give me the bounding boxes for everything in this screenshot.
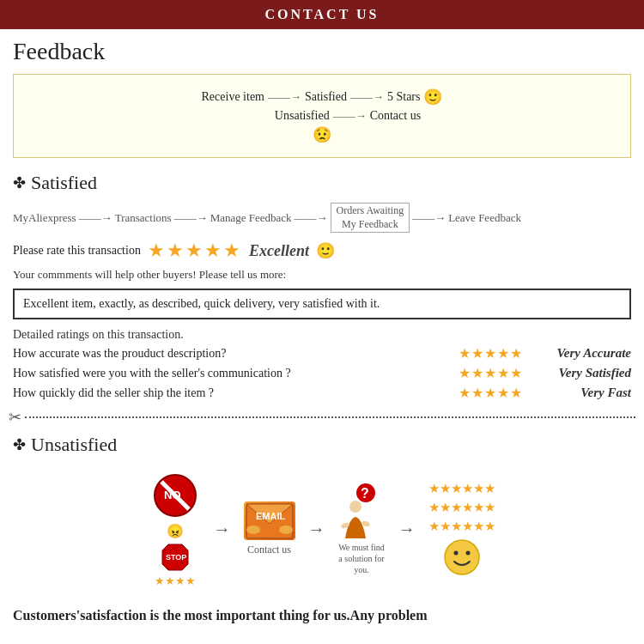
svg-point-15	[445, 540, 479, 574]
svg-point-8	[279, 526, 293, 534]
feedback-title: Feedback	[0, 29, 644, 70]
bc-arrow-4: ——→	[412, 211, 446, 225]
email-svg: EMAIL	[245, 502, 295, 540]
breadcrumb-myaliexpress[interactable]: MyAliexpress	[13, 211, 76, 225]
rating-stars-block: ★★★★★★ ★★★★★★ ★★★★★★	[428, 481, 495, 534]
flow-5stars: 5 Stars	[387, 90, 421, 104]
svg-point-12	[349, 501, 361, 513]
no-stop-block: NO 😠 STOP ★★★★	[149, 470, 201, 588]
rate-transaction-line: Please rate this transaction ★★★★★ Excel…	[0, 236, 644, 265]
rating-label-1: Very Accurate	[528, 346, 631, 361]
emoji-happy: 🙂	[423, 88, 442, 106]
rating-emoji: 🙂	[316, 241, 335, 260]
rating-label-3: Very Fast	[528, 386, 631, 400]
no-block-emoji: 😠	[167, 523, 184, 539]
fleur-icon-2: ✤	[13, 435, 26, 454]
unsatisfied-icons-row: NO 😠 STOP ★★★★ → EMAIL	[0, 461, 644, 597]
scissors-divider-line: ✂	[0, 403, 644, 428]
satisfied-section-title: ✤ Satisfied	[0, 167, 644, 199]
no-block-stars: ★★★★	[155, 574, 196, 588]
unsatisfied-section-title: ✤ Unsatisfied	[0, 428, 644, 461]
rating-right-1: ★★★★★ Very Accurate	[459, 345, 631, 361]
stop-sign-container: STOP	[160, 542, 191, 574]
question-person-svg: ?	[338, 483, 386, 538]
no-sign-svg: NO	[153, 473, 197, 518]
page-header: CONTACT US	[0, 0, 644, 29]
rating-question-1: How accurate was the prouduct descriptio…	[13, 347, 226, 361]
stars-line-1: ★★★★★★	[428, 481, 495, 496]
flow-receive-item: Receive item	[202, 90, 264, 104]
flow-line-1: Receive item ——→ Satisfied ——→ 5 Stars 🙂	[31, 88, 613, 106]
helper-text: Your commments will help other buyers! P…	[0, 265, 644, 284]
rating-right-2: ★★★★★ Very Satisfied	[459, 365, 631, 381]
svg-text:?: ?	[361, 486, 369, 501]
flow-line-3: 😟	[31, 125, 613, 144]
flow-satisfied: Satisfied	[305, 90, 347, 104]
fleur-icon-1: ✤	[13, 173, 26, 192]
comment-text: Excellent item, exactly, as described, q…	[23, 297, 380, 310]
rating-right-3: ★★★★★ Very Fast	[459, 385, 631, 401]
bc-arrow-2: ——→	[174, 211, 208, 225]
arrow-1: ——→	[268, 90, 301, 104]
detailed-ratings-title: Detailed ratings on this transaction.	[0, 324, 644, 343]
contact-us-label: Contact us	[247, 544, 291, 556]
breadcrumb-manage-feedback[interactable]: Manage Feedback	[210, 211, 292, 225]
smiley-svg	[444, 539, 480, 575]
flow-contact-us: Contact us	[370, 109, 422, 123]
bottom-text: Customers'satisfaction is the most impor…	[0, 597, 644, 644]
flow-unsatisfied: Unsatisfied	[275, 109, 330, 123]
bc-arrow-3: ——→	[295, 211, 328, 225]
unsatisfied-label: Unsatisfied	[31, 434, 117, 456]
emoji-sad: 😟	[313, 125, 331, 144]
bottom-text-content: Customers'satisfaction is the most impor…	[13, 608, 428, 623]
rating-stars: ★★★★★	[148, 240, 242, 262]
rating-row-1: How accurate was the prouduct descriptio…	[0, 343, 644, 363]
flow-arrow-3: →	[398, 519, 416, 539]
rating-block: ★★★★★★ ★★★★★★ ★★★★★★	[428, 481, 495, 577]
rating-stars-3: ★★★★★	[459, 385, 523, 401]
stop-sign-svg: STOP	[160, 542, 191, 573]
flow-arrow-1: →	[214, 519, 231, 539]
rating-row-2: How satisfied were you with the seller's…	[0, 363, 644, 383]
svg-point-16	[453, 551, 458, 556]
comment-box[interactable]: Excellent item, exactly, as described, q…	[13, 289, 631, 319]
email-icon: EMAIL	[244, 501, 295, 540]
stars-line-3: ★★★★★★	[428, 519, 495, 534]
rating-question-2: How satisfied were you with the seller's…	[13, 367, 291, 380]
rating-stars-2: ★★★★★	[459, 365, 523, 381]
svg-point-7	[246, 526, 260, 534]
email-block: EMAIL Contact us	[244, 501, 295, 556]
svg-text:NO: NO	[164, 489, 181, 501]
stars-line-2: ★★★★★★	[428, 500, 495, 515]
rate-label: Please rate this transaction	[13, 244, 141, 258]
find-solution-label: We must finda solution foryou.	[338, 542, 385, 575]
scissors-icon: ✂	[9, 408, 21, 427]
svg-text:STOP: STOP	[166, 553, 186, 562]
flow-arrow-2: →	[308, 519, 325, 539]
rating-stars-1: ★★★★★	[459, 345, 523, 361]
flow-diagram-box: Receive item ——→ Satisfied ——→ 5 Stars 🙂…	[13, 74, 631, 158]
rating-question-3: How quickly did the seller ship the item…	[13, 386, 214, 400]
arrow-3: ——→	[333, 109, 367, 123]
svg-point-17	[465, 551, 470, 556]
happy-smiley	[444, 539, 480, 577]
flow-line-2: Unsatisfied ——→ Contact us	[31, 109, 613, 123]
arrow-2: ——→	[350, 90, 384, 104]
dotted-line	[25, 416, 635, 418]
breadcrumb-transactions[interactable]: Transactions	[115, 211, 172, 225]
breadcrumb: MyAliexpress ——→ Transactions ——→ Manage…	[0, 199, 644, 236]
header-title: CONTACT US	[265, 7, 380, 21]
rating-label-2: Very Satisfied	[528, 366, 631, 380]
question-figure: ?	[338, 483, 386, 540]
breadcrumb-leave-feedback[interactable]: Leave Feedback	[448, 211, 521, 225]
satisfied-label: Satisfied	[31, 172, 97, 194]
bc-arrow-1: ——→	[79, 211, 112, 225]
svg-text:EMAIL: EMAIL	[256, 511, 286, 521]
question-block: ? We must finda solution foryou.	[338, 483, 386, 575]
no-stop-icon: NO	[149, 470, 201, 521]
rating-row-3: How quickly did the seller ship the item…	[0, 383, 644, 403]
breadcrumb-orders-awaiting[interactable]: Orders AwaitingMy Feedback	[331, 203, 410, 233]
excellent-label: Excellent	[249, 242, 309, 260]
